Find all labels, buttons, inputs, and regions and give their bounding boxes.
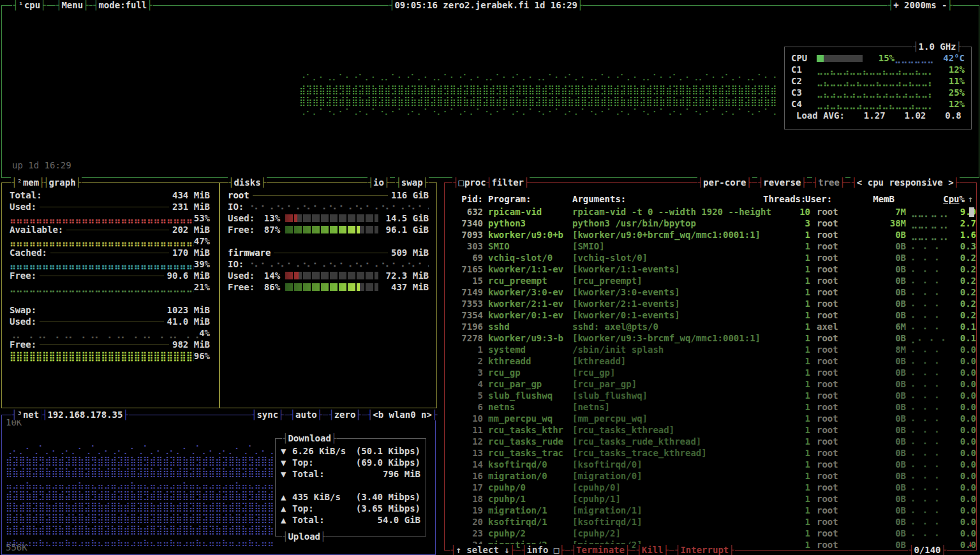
mem-graph-toggle-button[interactable]: graph	[43, 177, 82, 188]
mem-stat-row	[10, 293, 210, 304]
process-pid: 3	[445, 367, 483, 378]
net-option-button[interactable]: sync	[251, 409, 285, 420]
proc-action-button[interactable]: info □	[521, 544, 565, 555]
column-header-user[interactable]: User:	[805, 193, 861, 205]
process-cpu-percent: 0.2	[947, 286, 976, 298]
process-row[interactable]: 13 rcu_tasks_trac [rcu_tasks_trace_kthre…	[445, 447, 976, 459]
process-cpu-percent: 2.7	[947, 218, 976, 229]
process-row[interactable]: 4 rcu_par_gp [rcu_par_gp] 1 root 0B ⠄ ⠄ …	[445, 378, 976, 390]
mem-stat-percent: 47%	[194, 236, 210, 246]
disks-swap-toggle-button[interactable]: swap	[395, 177, 429, 188]
net-option-button[interactable]: zero	[328, 409, 362, 420]
proc-option-button[interactable]: tree	[812, 177, 846, 188]
process-row[interactable]: 632 rpicam-vid rpicam-vid -t 0 --width 1…	[445, 206, 976, 218]
proc-action-button[interactable]: Interrupt	[674, 544, 735, 555]
process-user: axel	[817, 321, 873, 332]
process-pid: 7353	[445, 298, 483, 309]
core-row: C2 ⣀⣄⣀⣀⣠⣀⣄⣀⣀⣄⣀⣀⣠⣀⣄⣀⣀⣄⣀⣀⣠⣀⣄⣀ 11%	[785, 75, 971, 87]
process-row[interactable]: 1 systemd /sbin/init splash 1 root 8M ⠄ …	[445, 344, 976, 355]
mem-stat-label: Free:	[10, 339, 36, 350]
process-pid: 20	[445, 516, 483, 528]
scrollbar-thumb[interactable]	[969, 207, 974, 217]
process-row[interactable]: 7196 sshd sshd: axel@pts/0 1 axel 6M ⠄ ⠄…	[445, 321, 976, 332]
mode-button[interactable]: mode:full	[93, 0, 153, 11]
process-row[interactable]: 23 cpuhp/2 [cpuhp/2] 1 root 0B ⠄ ⠄ ⠄ ⠄ 0…	[445, 528, 976, 539]
proc-action-button[interactable]: ↑ select ↓	[450, 544, 516, 555]
process-row[interactable]: 3 rcu_gp [rcu_gp] 1 root 0B ⠄ ⠄ ⠄ ⠄ 0.0	[445, 367, 976, 378]
process-row[interactable]: 7340 python3 python3 /usr/bin/bpytop 3 r…	[445, 218, 976, 229]
load-5m: 1.02	[905, 110, 926, 121]
process-pid: 23	[445, 528, 483, 539]
mem-stat-row: ⢀⡀⠀⡀⢀⡀⠀⡀⢀⡀⠀⡀⢀⡀⠀⡀⢀⡀⠀⡀⢀⡀⠀⡀⢀⡀⠀⡀⢀⡀⠀⡀⢀⡀⠀⡀⢀⡀⠀⡀…	[10, 327, 210, 339]
process-threads: 1	[775, 447, 810, 459]
net-ip-address: 192.168.178.35	[41, 409, 129, 420]
process-row[interactable]: 7149 kworker/3:0-ev [kworker/3:0-events]…	[445, 286, 976, 298]
process-row[interactable]: 17 cpuhp/0 [cpuhp/0] 1 root 0B ⠄ ⠄ ⠄ ⠄ 0…	[445, 482, 976, 493]
process-cpu-graph: ⣀⣀⡀⣀⢀⣀⡀	[911, 229, 947, 241]
net-option-button[interactable]: <b wlan0 n>	[367, 409, 438, 420]
process-row[interactable]: 11 rcu_tasks_kthr [rcu_tasks_kthread] 1 …	[445, 424, 976, 436]
process-memory: 38M	[873, 218, 906, 229]
disk-stat-percent: 87%	[255, 224, 280, 235]
core-label: C4	[791, 98, 817, 110]
disk-row: Used: 13% 14.5 GiB	[228, 212, 429, 224]
process-row[interactable]: 7278 kworker/u9:3-b [kworker/u9:3-brcmf_…	[445, 332, 976, 344]
filter-button[interactable]: filter	[486, 177, 530, 188]
process-row[interactable]: 7353 kworker/2:1-ev [kworker/2:1-events]…	[445, 298, 976, 309]
core-row: C3 ⣀⣄⣠⣀⣄⣠⣀⣄⣀⣄⣠⣀⣄⣠⣀⣄⣀⣄⣠⣀⣄⣠⣀⣄ 25%	[785, 87, 971, 98]
process-arguments: [rcu_gp]	[572, 367, 775, 378]
disk-stat-value: 72.3 MiB	[386, 270, 429, 281]
update-interval-control[interactable]: + 2000ms -	[887, 0, 953, 11]
process-row[interactable]: 19 migration/1 [migration/1] 1 root 0B ⠄…	[445, 505, 976, 516]
column-header-pid[interactable]: Pid:	[445, 193, 483, 205]
box-number: ³	[17, 409, 22, 420]
transfer-direction-icon: ▲	[281, 514, 292, 526]
proc-option-button[interactable]: < cpu responsive >	[850, 177, 960, 188]
cpu-history-graph: ⠐⠁⠄⠂⠠⠄⠁⠂⠐⠁⠄⠂⠠⠄⠁⠂⠐⠁⠄⠂⠠⠄⠁⠂⠐⠁⠄⠂⠠⠄⠁⠂⠐⠁⠄⠂⠠⠄⠁⠂…	[299, 72, 776, 118]
process-cpu-graph: ⠄ ⠄ ⠄ ⠄	[911, 367, 947, 378]
process-row[interactable]: 2 kthreadd [kthreadd] 1 root 0B ⠄ ⠄ ⠄ ⠄ …	[445, 355, 976, 367]
disks-io-mode-button[interactable]: io	[368, 177, 390, 188]
scroll-up-icon[interactable]: ↑	[965, 193, 976, 205]
process-user: root	[817, 275, 873, 286]
column-header-cpu[interactable]: Cpu%	[935, 193, 965, 205]
menu-button[interactable]: Menu	[56, 0, 89, 11]
process-row[interactable]: 15 rcu_preempt [rcu_preempt] 1 root 0B ⠄…	[445, 275, 976, 286]
net-info-value: (69.0 Kibps)	[356, 457, 420, 468]
proc-action-button[interactable]: Terminate	[570, 544, 631, 555]
scroll-down-icon[interactable]: ↓	[968, 538, 973, 549]
process-cpu-percent: 0.0	[947, 355, 976, 367]
proc-option-button[interactable]: reverse	[757, 177, 807, 188]
process-row[interactable]: 7354 kworker/0:1-ev [kworker/0:1-events]…	[445, 309, 976, 321]
process-row[interactable]: 69 vchiq-slot/0 [vchiq-slot/0] 1 root 0B…	[445, 252, 976, 263]
mem-stat-percent: 21%	[194, 282, 210, 292]
process-row[interactable]: 6 netns [netns] 1 root 0B ⠄ ⠄ ⠄ ⠄ 0.0	[445, 401, 976, 413]
process-memory: 0B	[873, 447, 906, 459]
process-row[interactable]: 12 rcu_tasks_rude [rcu_tasks_rude_kthrea…	[445, 436, 976, 447]
process-row[interactable]: 10 mm_percpu_wq [mm_percpu_wq] 1 root 0B…	[445, 413, 976, 424]
column-header-program[interactable]: Program:	[488, 193, 567, 205]
process-user: root	[817, 436, 873, 447]
process-program: vchiq-slot/0	[488, 252, 567, 263]
process-row[interactable]: 5 slub_flushwq [slub_flushwq] 1 root 0B …	[445, 390, 976, 401]
transfer-direction-icon: ▼	[281, 457, 292, 468]
process-threads: 1	[775, 252, 810, 263]
proc-footer-buttons: ↑ select ↓info □TerminateKillInterrupt	[450, 544, 735, 555]
process-row[interactable]: 14 ksoftirqd/0 [ksoftirqd/0] 1 root 0B ⠄…	[445, 459, 976, 470]
column-header-memory[interactable]: MemB	[861, 193, 895, 205]
process-row[interactable]: 7165 kworker/1:1-ev [kworker/1:1-events]…	[445, 263, 976, 275]
process-row[interactable]: 20 ksoftirqd/1 [ksoftirqd/1] 1 root 0B ⠄…	[445, 516, 976, 528]
disk-row: firmware 509 MiB	[228, 247, 429, 258]
process-cpu-percent: 0.0	[947, 436, 976, 447]
net-option-button[interactable]: auto	[290, 409, 323, 420]
process-row[interactable]: 16 migration/0 [migration/0] 1 root 0B ⠄…	[445, 470, 976, 482]
column-header-threads[interactable]: Threads:	[763, 193, 799, 205]
mem-usage-graph: ⣿⣿⣿⣿⣿⣿⣿⣿⣿⣿⣿⣿⣿⣿⣿⣿⣿⣿⣿⣿⣿⣿⣿⣿⣿⣿⣿⣿⣿⣿⣿⣿⣿⣿⣿⣿⣿⣿⣿⣿	[10, 350, 194, 362]
proc-action-button[interactable]: Kill	[635, 544, 669, 555]
net-info-row: ▲ Total: 54.0 GiB	[281, 514, 420, 526]
process-row[interactable]: 18 cpuhp/1 [cpuhp/1] 1 root 0B ⠄ ⠄ ⠄ ⠄ 0…	[445, 493, 976, 505]
proc-option-button[interactable]: per-core	[697, 177, 752, 188]
process-row[interactable]: 7093 kworker/u9:0+b [kworker/u9:0+brcmf_…	[445, 229, 976, 241]
process-threads: 1	[775, 378, 810, 390]
process-row[interactable]: 303 SMIO [SMIO] 1 root 0B ⠄ ⠄ ⠄ ⠄ 0.3	[445, 241, 976, 252]
